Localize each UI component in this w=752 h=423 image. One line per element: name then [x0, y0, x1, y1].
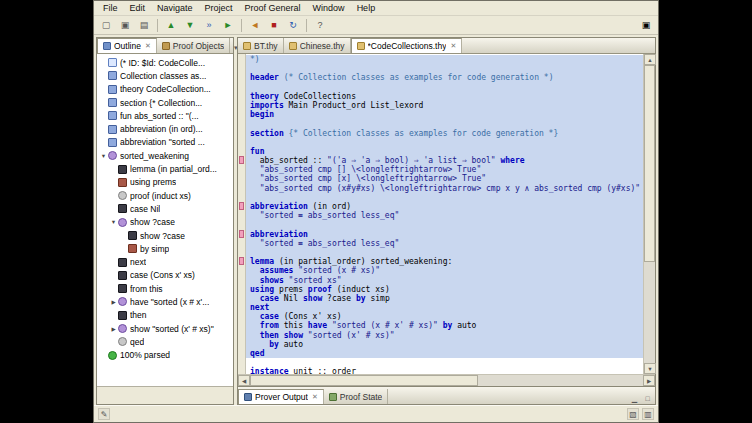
- code-line-11[interactable]: fun: [246, 147, 643, 156]
- maximize-view-icon[interactable]: □: [642, 393, 653, 404]
- code-line-2[interactable]: [246, 64, 643, 73]
- code-area[interactable]: *)header (* Collection classes as exampl…: [246, 54, 643, 374]
- code-line-14[interactable]: "abs_sorted cmp [x] \<longleftrightarrow…: [246, 174, 643, 183]
- code-line-12[interactable]: abs_sorted :: "('a ⇒ 'a ⇒ bool) ⇒ 'a lis…: [246, 156, 643, 165]
- menu-item-project[interactable]: Project: [199, 2, 239, 14]
- code-line-26[interactable]: using prems proof (induct xs): [246, 285, 643, 294]
- close-icon[interactable]: ✕: [312, 393, 318, 401]
- code-line-31[interactable]: then show "sorted (x' # xs)": [246, 331, 643, 340]
- horizontal-scroll-track[interactable]: [250, 375, 643, 386]
- outline-item-by-simp[interactable]: by simp: [97, 242, 233, 255]
- scroll-left-icon[interactable]: ◀: [238, 375, 250, 386]
- outline-item-show-case[interactable]: show ?case: [97, 229, 233, 242]
- outline-item-lemma-in-partial-ord[interactable]: lemma (in partial_ord...: [97, 162, 233, 175]
- code-line-4[interactable]: [246, 83, 643, 92]
- outline-item-proof-induct-xs[interactable]: proof (induct xs): [97, 189, 233, 202]
- proof-next-step-icon[interactable]: ▼: [181, 17, 199, 33]
- help-icon[interactable]: ?: [311, 17, 329, 33]
- code-line-29[interactable]: case (Cons x' xs): [246, 312, 643, 321]
- code-line-23[interactable]: lemma (in partial_order) sorted_weakenin…: [246, 257, 643, 266]
- save-icon[interactable]: ▣: [116, 17, 134, 33]
- proof-undo-step-icon[interactable]: ▲: [162, 17, 180, 33]
- code-line-1[interactable]: *): [246, 55, 643, 64]
- outline-item-then[interactable]: then: [97, 309, 233, 322]
- expander-open-icon[interactable]: ▼: [109, 219, 118, 225]
- code-line-18[interactable]: "sorted ≡ abs_sorted less_eq": [246, 211, 643, 220]
- code-line-8[interactable]: [246, 119, 643, 128]
- outline-item-fun-abs-sorted[interactable]: fun abs_sorted :: "(...: [97, 109, 233, 122]
- code-line-34[interactable]: [246, 358, 643, 367]
- code-line-19[interactable]: [246, 220, 643, 229]
- annotation-marker[interactable]: [239, 230, 244, 238]
- scroll-up-icon[interactable]: ▲: [644, 54, 656, 65]
- code-line-33[interactable]: qed: [246, 349, 643, 358]
- horizontal-scroll-thumb[interactable]: [250, 375, 478, 386]
- code-line-21[interactable]: "sorted ≡ abs_sorted less_eq": [246, 239, 643, 248]
- proof-goto-icon[interactable]: »: [200, 17, 218, 33]
- scroll-right-icon[interactable]: ▶: [643, 375, 655, 386]
- outline-item-using-prems[interactable]: using prems: [97, 176, 233, 189]
- code-line-16[interactable]: [246, 193, 643, 202]
- code-line-5[interactable]: theory CodeCollections: [246, 92, 643, 101]
- tab-proof-objects[interactable]: Proof Objects: [157, 38, 231, 53]
- print-icon[interactable]: ▤: [135, 17, 153, 33]
- new-file-icon[interactable]: ▢: [97, 17, 115, 33]
- code-line-10[interactable]: [246, 138, 643, 147]
- code-line-32[interactable]: by auto: [246, 340, 643, 349]
- code-line-20[interactable]: abbreviation: [246, 230, 643, 239]
- vertical-scroll-thumb[interactable]: [644, 65, 655, 262]
- vertical-scrollbar[interactable]: ▲ ▼: [643, 54, 655, 374]
- proof-process-all-icon[interactable]: ►: [219, 17, 237, 33]
- outline-item-theory-codecollection[interactable]: theory CodeCollection...: [97, 83, 233, 96]
- code-line-3[interactable]: header (* Collection classes as examples…: [246, 73, 643, 82]
- code-line-35[interactable]: instance unit :: order: [246, 367, 643, 374]
- menu-item-help[interactable]: Help: [351, 2, 382, 14]
- outline-item-show-sorted-x-xs[interactable]: ▶show "sorted (x' # xs)": [97, 322, 233, 335]
- expander-closed-icon[interactable]: ▶: [109, 299, 118, 305]
- code-line-17[interactable]: abbreviation (in ord): [246, 202, 643, 211]
- minimize-view-icon[interactable]: ▁: [629, 393, 640, 404]
- proof-restart-icon[interactable]: ↻: [284, 17, 302, 33]
- menu-item-window[interactable]: Window: [307, 2, 351, 14]
- close-icon[interactable]: ✕: [450, 42, 456, 50]
- close-icon[interactable]: ✕: [145, 42, 151, 50]
- menu-item-navigate[interactable]: Navigate: [151, 2, 199, 14]
- tasks-icon[interactable]: ▥: [642, 408, 654, 420]
- code-line-27[interactable]: case Nil show ?case by simp: [246, 294, 643, 303]
- code-line-25[interactable]: shows "sorted xs": [246, 276, 643, 285]
- tab-chinese-thy[interactable]: Chinese.thy: [284, 38, 351, 53]
- outline-item-collection-classes-as[interactable]: Collection classes as...: [97, 69, 233, 82]
- outline-item-id-id-codecolle[interactable]: (* ID: $Id: CodeColle...: [97, 56, 233, 69]
- menu-item-edit[interactable]: Edit: [124, 2, 152, 14]
- menu-item-file[interactable]: File: [97, 2, 124, 14]
- code-line-13[interactable]: "abs_sorted cmp [] \<longleftrightarrow>…: [246, 165, 643, 174]
- code-line-22[interactable]: [246, 248, 643, 257]
- annotation-marker[interactable]: [239, 156, 244, 164]
- scroll-down-icon[interactable]: ▼: [644, 363, 656, 374]
- outline-item-100-parsed[interactable]: 100% parsed: [97, 349, 233, 362]
- code-line-15[interactable]: "abs_sorted cmp (x#y#xs) \<longleftright…: [246, 184, 643, 193]
- menu-item-proof-general[interactable]: Proof General: [239, 2, 307, 14]
- outline-item-case-nil[interactable]: case Nil: [97, 202, 233, 215]
- code-line-7[interactable]: begin: [246, 110, 643, 119]
- vertical-scroll-track[interactable]: [644, 65, 655, 363]
- perspective-icon[interactable]: ▣: [637, 17, 655, 33]
- proof-retract-icon[interactable]: ◄: [246, 17, 264, 33]
- code-line-28[interactable]: next: [246, 303, 643, 312]
- annotation-marker[interactable]: [239, 202, 244, 210]
- proof-stop-icon[interactable]: ■: [265, 17, 283, 33]
- horizontal-scrollbar[interactable]: ◀ ▶: [238, 374, 655, 386]
- expander-closed-icon[interactable]: ▶: [109, 326, 118, 332]
- outline-item-section-collection[interactable]: section {* Collection...: [97, 96, 233, 109]
- code-line-24[interactable]: assumes "sorted (x # xs)": [246, 266, 643, 275]
- outline-item-case-cons-x-xs[interactable]: case (Cons x' xs): [97, 269, 233, 282]
- outline-item-abbreviation-in-ord[interactable]: abbreviation (in ord)...: [97, 122, 233, 135]
- tab-outline[interactable]: Outline✕: [97, 38, 157, 53]
- tab-bt-thy[interactable]: BT.thy: [238, 38, 284, 53]
- tab-codecollections-thy[interactable]: *CodeCollections.thy✕: [351, 38, 463, 53]
- outline-item-abbreviation-sorted[interactable]: abbreviation "sorted ...: [97, 136, 233, 149]
- code-line-30[interactable]: from this have "sorted (x # x' # xs)" by…: [246, 321, 643, 330]
- progress-icon[interactable]: ▧: [627, 408, 639, 420]
- outline-item-from-this[interactable]: from this: [97, 282, 233, 295]
- code-line-6[interactable]: imports Main Product_ord List_lexord: [246, 101, 643, 110]
